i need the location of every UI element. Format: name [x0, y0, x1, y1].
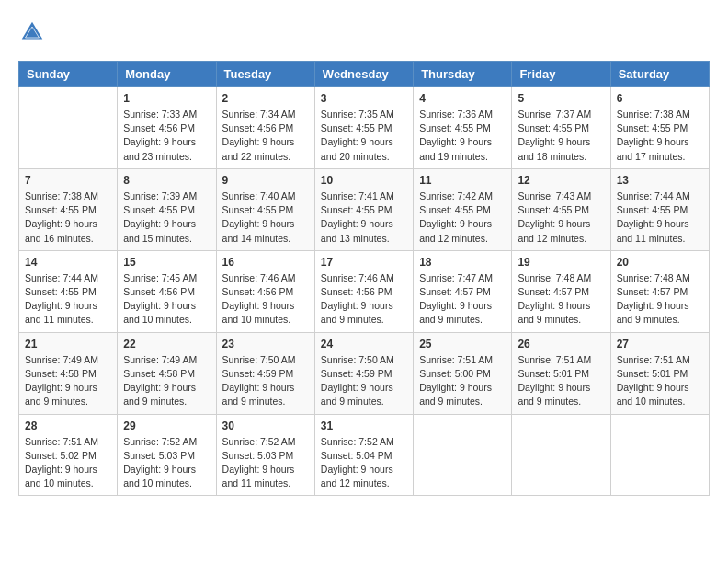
column-header-sunday: Sunday	[19, 62, 118, 87]
day-info: Sunrise: 7:33 AM Sunset: 4:56 PM Dayligh…	[123, 108, 210, 164]
calendar-cell: 15Sunrise: 7:45 AM Sunset: 4:56 PM Dayli…	[118, 250, 216, 332]
day-number: 17	[321, 256, 407, 269]
day-number: 28	[25, 419, 111, 432]
calendar-cell: 25Sunrise: 7:51 AM Sunset: 5:00 PM Dayli…	[414, 332, 512, 414]
column-header-friday: Friday	[512, 62, 610, 87]
day-number: 14	[25, 256, 111, 269]
calendar: SundayMondayTuesdayWednesdayThursdayFrid…	[18, 61, 710, 496]
day-number: 7	[25, 174, 111, 187]
calendar-cell: 28Sunrise: 7:51 AM Sunset: 5:02 PM Dayli…	[19, 414, 118, 496]
day-number: 1	[123, 92, 210, 105]
calendar-cell: 14Sunrise: 7:44 AM Sunset: 4:55 PM Dayli…	[19, 250, 118, 332]
calendar-cell: 5Sunrise: 7:37 AM Sunset: 4:55 PM Daylig…	[512, 87, 610, 169]
calendar-cell: 29Sunrise: 7:52 AM Sunset: 5:03 PM Dayli…	[118, 414, 216, 496]
logo	[18, 18, 50, 46]
logo-icon	[18, 18, 46, 46]
day-info: Sunrise: 7:47 AM Sunset: 4:57 PM Dayligh…	[419, 271, 506, 327]
day-info: Sunrise: 7:39 AM Sunset: 4:55 PM Dayligh…	[123, 190, 210, 246]
day-info: Sunrise: 7:50 AM Sunset: 4:59 PM Dayligh…	[321, 353, 407, 409]
calendar-cell: 4Sunrise: 7:36 AM Sunset: 4:55 PM Daylig…	[414, 87, 512, 169]
calendar-cell: 16Sunrise: 7:46 AM Sunset: 4:56 PM Dayli…	[216, 250, 314, 332]
svg-marker-0	[22, 22, 43, 40]
day-info: Sunrise: 7:48 AM Sunset: 4:57 PM Dayligh…	[617, 271, 703, 327]
day-number: 23	[222, 338, 309, 350]
day-info: Sunrise: 7:43 AM Sunset: 4:55 PM Dayligh…	[518, 190, 604, 246]
day-info: Sunrise: 7:44 AM Sunset: 4:55 PM Dayligh…	[25, 271, 111, 327]
day-info: Sunrise: 7:44 AM Sunset: 4:55 PM Dayligh…	[617, 190, 703, 246]
day-info: Sunrise: 7:37 AM Sunset: 4:55 PM Dayligh…	[518, 108, 604, 164]
day-info: Sunrise: 7:52 AM Sunset: 5:03 PM Dayligh…	[222, 435, 309, 491]
day-number: 25	[419, 338, 506, 350]
day-number: 19	[518, 256, 604, 269]
day-number: 6	[617, 92, 703, 105]
day-info: Sunrise: 7:51 AM Sunset: 5:02 PM Dayligh…	[25, 435, 111, 491]
column-header-thursday: Thursday	[414, 62, 512, 87]
calendar-cell: 10Sunrise: 7:41 AM Sunset: 4:55 PM Dayli…	[314, 168, 413, 250]
page-header	[18, 18, 710, 46]
day-number: 16	[222, 256, 309, 269]
day-info: Sunrise: 7:51 AM Sunset: 5:00 PM Dayligh…	[419, 353, 506, 409]
day-number: 15	[123, 256, 210, 269]
day-info: Sunrise: 7:51 AM Sunset: 5:01 PM Dayligh…	[518, 353, 604, 409]
day-info: Sunrise: 7:49 AM Sunset: 4:58 PM Dayligh…	[25, 353, 111, 409]
day-number: 4	[419, 92, 506, 105]
calendar-cell: 30Sunrise: 7:52 AM Sunset: 5:03 PM Dayli…	[216, 414, 314, 496]
day-number: 22	[123, 338, 210, 350]
day-number: 13	[617, 174, 703, 187]
calendar-cell: 11Sunrise: 7:42 AM Sunset: 4:55 PM Dayli…	[414, 168, 512, 250]
day-info: Sunrise: 7:46 AM Sunset: 4:56 PM Dayligh…	[321, 271, 407, 327]
calendar-cell: 22Sunrise: 7:49 AM Sunset: 4:58 PM Dayli…	[118, 332, 216, 414]
calendar-cell: 9Sunrise: 7:40 AM Sunset: 4:55 PM Daylig…	[216, 168, 314, 250]
day-info: Sunrise: 7:51 AM Sunset: 5:01 PM Dayligh…	[617, 353, 703, 409]
calendar-cell	[610, 414, 709, 496]
calendar-cell: 31Sunrise: 7:52 AM Sunset: 5:04 PM Dayli…	[314, 414, 413, 496]
day-info: Sunrise: 7:49 AM Sunset: 4:58 PM Dayligh…	[123, 353, 210, 409]
calendar-cell: 3Sunrise: 7:35 AM Sunset: 4:55 PM Daylig…	[314, 87, 413, 169]
calendar-cell: 17Sunrise: 7:46 AM Sunset: 4:56 PM Dayli…	[314, 250, 413, 332]
day-number: 5	[518, 92, 604, 105]
calendar-cell: 21Sunrise: 7:49 AM Sunset: 4:58 PM Dayli…	[19, 332, 118, 414]
calendar-cell: 20Sunrise: 7:48 AM Sunset: 4:57 PM Dayli…	[610, 250, 709, 332]
calendar-cell	[414, 414, 512, 496]
day-number: 27	[617, 338, 703, 350]
day-number: 29	[123, 419, 210, 432]
day-number: 10	[321, 174, 407, 187]
calendar-cell: 12Sunrise: 7:43 AM Sunset: 4:55 PM Dayli…	[512, 168, 610, 250]
calendar-cell: 24Sunrise: 7:50 AM Sunset: 4:59 PM Dayli…	[314, 332, 413, 414]
day-number: 21	[25, 338, 111, 350]
day-number: 24	[321, 338, 407, 350]
week-row-4: 21Sunrise: 7:49 AM Sunset: 4:58 PM Dayli…	[19, 332, 710, 414]
calendar-cell: 27Sunrise: 7:51 AM Sunset: 5:01 PM Dayli…	[610, 332, 709, 414]
day-info: Sunrise: 7:50 AM Sunset: 4:59 PM Dayligh…	[222, 353, 309, 409]
day-info: Sunrise: 7:42 AM Sunset: 4:55 PM Dayligh…	[419, 190, 506, 246]
calendar-cell: 1Sunrise: 7:33 AM Sunset: 4:56 PM Daylig…	[118, 87, 216, 169]
calendar-cell	[19, 87, 118, 169]
day-number: 31	[321, 419, 407, 432]
calendar-cell	[512, 414, 610, 496]
calendar-cell: 13Sunrise: 7:44 AM Sunset: 4:55 PM Dayli…	[610, 168, 709, 250]
day-info: Sunrise: 7:35 AM Sunset: 4:55 PM Dayligh…	[321, 108, 407, 164]
day-info: Sunrise: 7:38 AM Sunset: 4:55 PM Dayligh…	[617, 108, 703, 164]
day-info: Sunrise: 7:52 AM Sunset: 5:03 PM Dayligh…	[123, 435, 210, 491]
column-header-saturday: Saturday	[610, 62, 709, 87]
column-header-wednesday: Wednesday	[314, 62, 413, 87]
week-row-5: 28Sunrise: 7:51 AM Sunset: 5:02 PM Dayli…	[19, 414, 710, 496]
calendar-cell: 7Sunrise: 7:38 AM Sunset: 4:55 PM Daylig…	[19, 168, 118, 250]
week-row-3: 14Sunrise: 7:44 AM Sunset: 4:55 PM Dayli…	[19, 250, 710, 332]
day-info: Sunrise: 7:52 AM Sunset: 5:04 PM Dayligh…	[321, 435, 407, 491]
day-number: 30	[222, 419, 309, 432]
day-number: 2	[222, 92, 309, 105]
calendar-cell: 19Sunrise: 7:48 AM Sunset: 4:57 PM Dayli…	[512, 250, 610, 332]
calendar-cell: 18Sunrise: 7:47 AM Sunset: 4:57 PM Dayli…	[414, 250, 512, 332]
day-info: Sunrise: 7:36 AM Sunset: 4:55 PM Dayligh…	[419, 108, 506, 164]
day-number: 20	[617, 256, 703, 269]
calendar-header-row: SundayMondayTuesdayWednesdayThursdayFrid…	[19, 62, 710, 87]
week-row-2: 7Sunrise: 7:38 AM Sunset: 4:55 PM Daylig…	[19, 168, 710, 250]
day-info: Sunrise: 7:40 AM Sunset: 4:55 PM Dayligh…	[222, 190, 309, 246]
week-row-1: 1Sunrise: 7:33 AM Sunset: 4:56 PM Daylig…	[19, 87, 710, 169]
column-header-tuesday: Tuesday	[216, 62, 314, 87]
day-number: 18	[419, 256, 506, 269]
day-number: 9	[222, 174, 309, 187]
calendar-cell: 8Sunrise: 7:39 AM Sunset: 4:55 PM Daylig…	[118, 168, 216, 250]
day-number: 12	[518, 174, 604, 187]
